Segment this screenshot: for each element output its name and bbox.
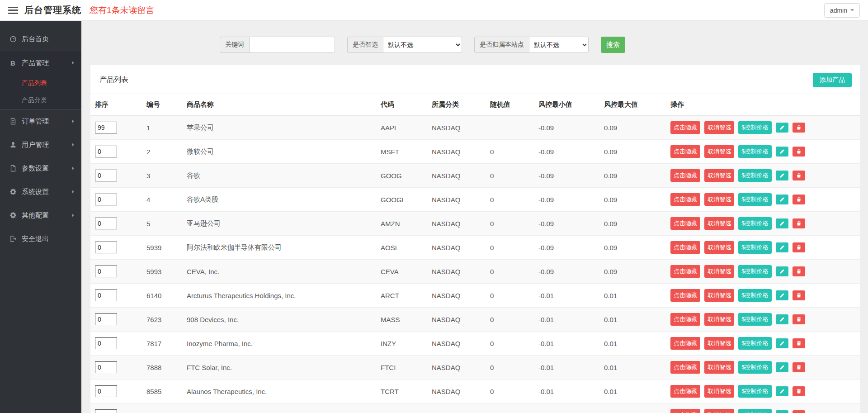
edit-button[interactable] — [776, 410, 788, 413]
control-price-button[interactable]: $控制价格 — [738, 361, 771, 374]
edit-button[interactable] — [776, 266, 788, 276]
smart-select[interactable]: 默认不选 — [383, 37, 462, 53]
edit-button[interactable] — [776, 195, 788, 204]
edit-button[interactable] — [776, 171, 788, 180]
edit-button[interactable] — [776, 147, 788, 157]
sidebar-item-logout[interactable]: 安全退出 — [0, 227, 81, 251]
cancel-smart-button[interactable]: 取消智选 — [704, 169, 734, 182]
sidebar-item-label: 参数设置 — [22, 164, 49, 173]
sort-input[interactable] — [95, 337, 117, 349]
delete-button[interactable] — [793, 290, 805, 300]
cancel-smart-button[interactable]: 取消智选 — [704, 409, 734, 413]
control-price-button[interactable]: $控制价格 — [738, 409, 771, 413]
delete-button[interactable] — [793, 195, 805, 204]
delete-button[interactable] — [793, 314, 805, 324]
cell-risk-min: -0.01 — [534, 380, 599, 404]
site-select[interactable]: 默认不选 — [529, 37, 589, 53]
sort-input[interactable] — [95, 194, 117, 205]
control-price-button[interactable]: $控制价格 — [738, 145, 771, 158]
control-price-button[interactable]: $控制价格 — [738, 313, 771, 326]
sort-input[interactable] — [95, 313, 117, 325]
sort-input[interactable] — [95, 290, 117, 301]
control-price-button[interactable]: $控制价格 — [738, 121, 771, 134]
delete-button[interactable] — [793, 218, 805, 228]
control-price-button[interactable]: $控制价格 — [738, 265, 771, 278]
menu-toggle-icon[interactable] — [8, 7, 18, 14]
cancel-smart-button[interactable]: 取消智选 — [704, 289, 734, 302]
hide-button[interactable]: 点击隐藏 — [670, 289, 700, 302]
hide-button[interactable]: 点击隐藏 — [670, 265, 700, 278]
hide-button[interactable]: 点击隐藏 — [670, 385, 700, 398]
hide-button[interactable]: 点击隐藏 — [670, 313, 700, 326]
cancel-smart-button[interactable]: 取消智选 — [704, 265, 734, 278]
delete-button[interactable] — [793, 147, 805, 157]
cancel-smart-button[interactable]: 取消智选 — [704, 361, 734, 374]
cancel-smart-button[interactable]: 取消智选 — [704, 241, 734, 254]
sort-input[interactable] — [95, 122, 117, 133]
delete-button[interactable] — [793, 266, 805, 276]
delete-button[interactable] — [793, 171, 805, 180]
cancel-smart-button[interactable]: 取消智选 — [704, 313, 734, 326]
hide-button[interactable]: 点击隐藏 — [670, 145, 700, 158]
keyword-input[interactable] — [249, 37, 335, 53]
sort-input[interactable] — [95, 385, 117, 397]
add-product-button[interactable]: 添加产品 — [813, 73, 852, 87]
sidebar-item-product-list[interactable]: 产品列表 — [0, 75, 81, 92]
edit-button[interactable] — [776, 290, 788, 300]
control-price-button[interactable]: $控制价格 — [738, 385, 771, 398]
edit-button[interactable] — [776, 218, 788, 228]
cancel-smart-button[interactable]: 取消智选 — [704, 337, 734, 350]
hide-button[interactable]: 点击隐藏 — [670, 121, 700, 134]
edit-button[interactable] — [776, 362, 788, 372]
hide-button[interactable]: 点击隐藏 — [670, 169, 700, 182]
cancel-smart-button[interactable]: 取消智选 — [704, 217, 734, 230]
sort-input[interactable] — [95, 409, 117, 413]
delete-button[interactable] — [793, 338, 805, 348]
sidebar-item-orders[interactable]: 订单管理 — [0, 109, 81, 133]
sort-input[interactable] — [95, 361, 117, 373]
unread-message-notice[interactable]: 您有1条未读留言 — [90, 5, 155, 16]
delete-button[interactable] — [793, 362, 805, 372]
edit-button[interactable] — [776, 123, 788, 133]
search-button[interactable]: 搜索 — [601, 37, 625, 53]
control-price-button[interactable]: $控制价格 — [738, 289, 771, 302]
sidebar-item-product-category[interactable]: 产品分类 — [0, 92, 81, 109]
sidebar-item-params[interactable]: 参数设置 — [0, 157, 81, 180]
trash-icon — [796, 365, 802, 371]
sort-input[interactable] — [95, 170, 117, 181]
sort-input[interactable] — [95, 266, 117, 277]
sidebar-item-users[interactable]: 用户管理 — [0, 133, 81, 157]
control-price-button[interactable]: $控制价格 — [738, 337, 771, 350]
delete-button[interactable] — [793, 410, 805, 413]
sort-input[interactable] — [95, 218, 117, 229]
sidebar-item-product[interactable]: Ƀ 产品管理 — [0, 51, 81, 75]
delete-button[interactable] — [793, 386, 805, 396]
cancel-smart-button[interactable]: 取消智选 — [704, 193, 734, 206]
hide-button[interactable]: 点击隐藏 — [670, 361, 700, 374]
sort-input[interactable] — [95, 146, 117, 157]
edit-button[interactable] — [776, 386, 788, 396]
cancel-smart-button[interactable]: 取消智选 — [704, 121, 734, 134]
control-price-button[interactable]: $控制价格 — [738, 217, 771, 230]
hide-button[interactable]: 点击隐藏 — [670, 241, 700, 254]
sidebar-item-home[interactable]: 后台首页 — [0, 27, 81, 51]
sort-input[interactable] — [95, 242, 117, 253]
control-price-button[interactable]: $控制价格 — [738, 169, 771, 182]
cell-risk-max: 0.09 — [599, 164, 666, 188]
cancel-smart-button[interactable]: 取消智选 — [704, 385, 734, 398]
delete-button[interactable] — [793, 123, 805, 133]
hide-button[interactable]: 点击隐藏 — [670, 409, 700, 413]
hide-button[interactable]: 点击隐藏 — [670, 337, 700, 350]
hide-button[interactable]: 点击隐藏 — [670, 217, 700, 230]
edit-button[interactable] — [776, 338, 788, 348]
edit-button[interactable] — [776, 314, 788, 324]
cancel-smart-button[interactable]: 取消智选 — [704, 145, 734, 158]
delete-button[interactable] — [793, 242, 805, 252]
sidebar-item-system[interactable]: 系统设置 — [0, 180, 81, 204]
control-price-button[interactable]: $控制价格 — [738, 193, 771, 206]
user-dropdown[interactable]: admin — [824, 3, 860, 18]
edit-button[interactable] — [776, 242, 788, 252]
control-price-button[interactable]: $控制价格 — [738, 241, 771, 254]
hide-button[interactable]: 点击隐藏 — [670, 193, 700, 206]
sidebar-item-other[interactable]: 其他配置 — [0, 204, 81, 227]
